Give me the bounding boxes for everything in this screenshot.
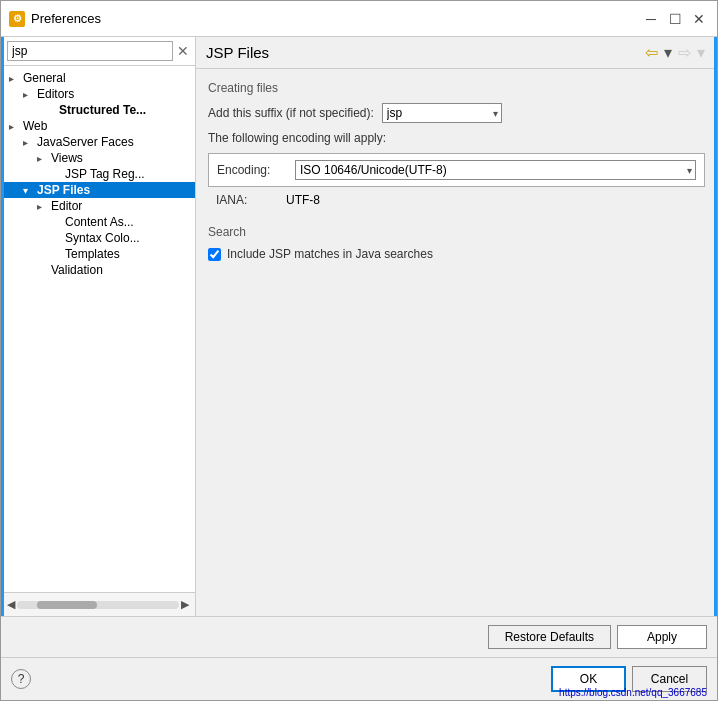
tree-item-views[interactable]: ▸ Views	[1, 150, 195, 166]
back-button[interactable]: ⇦	[643, 43, 660, 62]
tree-item-web[interactable]: ▸ Web	[1, 118, 195, 134]
left-panel: ✕ ▸ General ▸ Editors Structured Te...	[1, 37, 196, 616]
app-icon: ⚙	[9, 11, 25, 27]
nav-dropdown-button[interactable]: ▾	[662, 43, 674, 62]
toggle-jsf: ▸	[23, 137, 37, 148]
forward-button[interactable]: ⇨	[676, 43, 693, 62]
nav-dropdown-button2[interactable]: ▾	[695, 43, 707, 62]
tree-item-jsp-tag-reg[interactable]: JSP Tag Reg...	[1, 166, 195, 182]
label-structured-text: Structured Te...	[59, 103, 146, 117]
tree-item-general[interactable]: ▸ General	[1, 70, 195, 86]
suffix-label: Add this suffix (if not specified):	[208, 106, 374, 120]
panel-header: JSP Files ⇦ ▾ ⇨ ▾	[196, 37, 717, 69]
search-section-title: Search	[208, 225, 705, 239]
tree-item-editors[interactable]: ▸ Editors	[1, 86, 195, 102]
toggle-general: ▸	[9, 73, 23, 84]
suffix-select[interactable]: jsp html jspx	[382, 103, 502, 123]
include-jsp-label: Include JSP matches in Java searches	[227, 247, 433, 261]
right-panel: JSP Files ⇦ ▾ ⇨ ▾ Creating files Add thi…	[196, 37, 717, 616]
help-button[interactable]: ?	[11, 669, 31, 689]
encoding-label-row: The following encoding will apply:	[208, 131, 705, 145]
label-editors: Editors	[37, 87, 74, 101]
scrollbar-thumb	[37, 601, 97, 609]
bottom-bar: Restore Defaults Apply ? OK Cancel https…	[1, 616, 717, 700]
horizontal-scrollbar-area: ◀ ▶	[1, 592, 195, 616]
scroll-right-arrow[interactable]: ▶	[179, 598, 191, 611]
tree-item-jsp-files[interactable]: ▾ JSP Files	[1, 182, 195, 198]
iana-value: UTF-8	[286, 193, 320, 207]
close-button[interactable]: ✕	[689, 9, 709, 29]
tree-item-editor[interactable]: ▸ Editor	[1, 198, 195, 214]
suffix-select-wrapper: jsp html jspx ▾	[382, 103, 502, 123]
iana-row: IANA: UTF-8	[208, 191, 705, 209]
toggle-views: ▸	[37, 153, 51, 164]
creating-files-title: Creating files	[208, 81, 705, 95]
encoding-select-wrapper: ISO 10646/Unicode(UTF-8) UTF-8 ISO-8859-…	[295, 160, 696, 180]
suffix-row: Add this suffix (if not specified): jsp …	[208, 103, 705, 123]
encoding-row: Encoding: ISO 10646/Unicode(UTF-8) UTF-8…	[208, 153, 705, 187]
preferences-window: ⚙ Preferences ─ ☐ ✕ ✕ ▸ General	[0, 0, 718, 701]
ok-cancel-bar: ? OK Cancel https://blog.csdn.net/qq_366…	[1, 658, 717, 700]
watermark: https://blog.csdn.net/qq_3667685	[559, 687, 707, 698]
restore-button[interactable]: ☐	[665, 9, 685, 29]
scroll-left-arrow[interactable]: ◀	[5, 598, 17, 611]
main-content: ✕ ▸ General ▸ Editors Structured Te...	[1, 37, 717, 616]
label-content-assist: Content As...	[65, 215, 134, 229]
creating-files-section: Creating files Add this suffix (if not s…	[208, 81, 705, 209]
encoding-field-label: Encoding:	[217, 163, 287, 177]
label-general: General	[23, 71, 66, 85]
include-jsp-row: Include JSP matches in Java searches	[208, 247, 705, 261]
label-views: Views	[51, 151, 83, 165]
label-jsp-files: JSP Files	[37, 183, 90, 197]
tree-item-validation[interactable]: Validation	[1, 262, 195, 278]
restore-defaults-button[interactable]: Restore Defaults	[488, 625, 611, 649]
toggle-jsp-files: ▾	[23, 185, 37, 196]
window-controls: ─ ☐ ✕	[641, 9, 709, 29]
search-input[interactable]	[7, 41, 173, 61]
search-bar: ✕	[1, 37, 195, 66]
label-jsp-tag-reg: JSP Tag Reg...	[65, 167, 145, 181]
include-jsp-checkbox[interactable]	[208, 248, 221, 261]
label-syntax-coloring: Syntax Colo...	[65, 231, 140, 245]
encoding-intro-label: The following encoding will apply:	[208, 131, 386, 145]
panel-title: JSP Files	[206, 44, 643, 61]
right-accent	[714, 37, 717, 616]
label-validation: Validation	[51, 263, 103, 277]
toggle-editor: ▸	[37, 201, 51, 212]
panel-body: Creating files Add this suffix (if not s…	[196, 69, 717, 616]
label-editor: Editor	[51, 199, 82, 213]
iana-label: IANA:	[216, 193, 286, 207]
panel-nav-buttons: ⇦ ▾ ⇨ ▾	[643, 43, 707, 62]
apply-button[interactable]: Apply	[617, 625, 707, 649]
label-web: Web	[23, 119, 47, 133]
minimize-button[interactable]: ─	[641, 9, 661, 29]
clear-search-icon[interactable]: ✕	[177, 43, 189, 59]
horizontal-scrollbar[interactable]	[17, 601, 179, 609]
toggle-editors: ▸	[23, 89, 37, 100]
encoding-select[interactable]: ISO 10646/Unicode(UTF-8) UTF-8 ISO-8859-…	[295, 160, 696, 180]
label-jsf: JavaServer Faces	[37, 135, 134, 149]
label-templates: Templates	[65, 247, 120, 261]
window-title: Preferences	[31, 11, 641, 26]
title-bar: ⚙ Preferences ─ ☐ ✕	[1, 1, 717, 37]
tree-item-structured-text[interactable]: Structured Te...	[1, 102, 195, 118]
left-accent	[1, 37, 4, 616]
tree-item-syntax-coloring[interactable]: Syntax Colo...	[1, 230, 195, 246]
tree-item-jsf[interactable]: ▸ JavaServer Faces	[1, 134, 195, 150]
tree-item-templates[interactable]: Templates	[1, 246, 195, 262]
action-buttons: Restore Defaults Apply	[1, 617, 717, 658]
tree-item-content-assist[interactable]: Content As...	[1, 214, 195, 230]
search-section: Search Include JSP matches in Java searc…	[208, 225, 705, 261]
tree-container: ▸ General ▸ Editors Structured Te... ▸ W…	[1, 66, 195, 592]
toggle-web: ▸	[9, 121, 23, 132]
